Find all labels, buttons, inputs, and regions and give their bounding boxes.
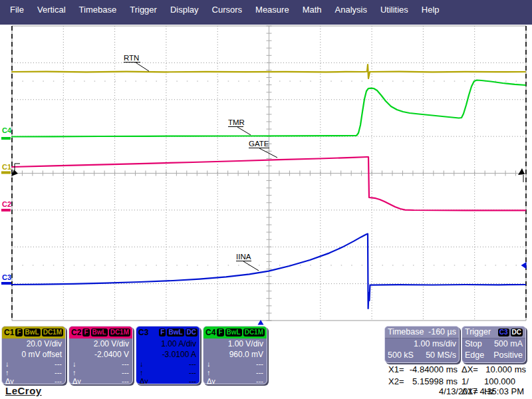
- channel-descriptor-c1[interactable]: C1 F BwL DC1M 20.0 V/div 0 mV offset ↓--…: [1, 326, 66, 384]
- volts-per-div: 2.00 V/div: [69, 338, 132, 349]
- delta-y-icon: Δy: [207, 377, 215, 384]
- amps-per-div: 1.00 A/div: [136, 338, 200, 349]
- label-tmr: TMR: [228, 118, 251, 135]
- channel-descriptor-c2[interactable]: C2 F BwL DC1M 2.00 V/div -2.0400 V ↓--- …: [68, 326, 133, 384]
- channel-header: C1 F BwL DC1M: [2, 327, 65, 338]
- svg-text:C4: C4: [2, 126, 12, 134]
- sample-count: 500 kS: [388, 350, 414, 361]
- waveform-display: C4 C1 C2 C3 RTN TMR GATE IINA: [0, 25, 532, 325]
- menu-vertical[interactable]: Vertical: [34, 5, 69, 25]
- offset-value: 960.0 mV: [203, 349, 267, 360]
- label-gate: GATE: [249, 140, 277, 158]
- menu-help[interactable]: Help: [418, 5, 443, 25]
- trigger-mode: Stop: [465, 338, 482, 350]
- menu-trigger[interactable]: Trigger: [126, 5, 160, 25]
- c1-zero-marker[interactable]: C1: [1, 163, 11, 174]
- offset-value: 0 mV offset: [2, 349, 65, 360]
- svg-text:TMR: TMR: [228, 118, 245, 126]
- min-icon: ↓: [207, 360, 211, 368]
- lecroy-logo: LeCroy: [5, 385, 42, 396]
- delta-y-icon: Δy: [72, 377, 81, 384]
- filter-badge: F: [15, 329, 22, 336]
- channel-header: C3 F BwL DC: [136, 327, 200, 338]
- max-icon: ↑: [5, 368, 9, 377]
- cursor-x1-readout: X1= -4.84000 ms: [388, 364, 458, 374]
- coupling-badge: DC1M: [243, 329, 265, 336]
- min-icon: ↓: [5, 360, 9, 368]
- trigger-type: Edge: [465, 350, 484, 361]
- bandwidth-limit-badge: BwL: [24, 329, 41, 336]
- filter-badge: F: [217, 329, 223, 336]
- channel-name: C1: [4, 328, 14, 337]
- trigger-title: Trigger: [465, 327, 491, 337]
- trigger-level: 500 mA: [494, 338, 523, 350]
- offset-value: -2.0400 V: [69, 349, 132, 360]
- svg-text:C2: C2: [2, 200, 11, 208]
- menu-display[interactable]: Display: [167, 5, 202, 25]
- max-icon: ↑: [72, 368, 76, 377]
- delta-y-icon: Δy: [5, 377, 14, 384]
- max-icon: ↑: [207, 368, 211, 377]
- c2-zero-marker[interactable]: C2: [1, 200, 11, 211]
- menu-analysis[interactable]: Analysis: [332, 5, 370, 25]
- channel-descriptor-c4[interactable]: C4 F BwL DC1M 1.00 V/div 960.0 mV ↓--- ↑…: [203, 326, 267, 384]
- channel-header: C4 F BwL DC1M: [203, 327, 267, 338]
- menu-math[interactable]: Math: [299, 5, 325, 25]
- channel-name: C2: [71, 328, 81, 337]
- coupling-badge: DC: [186, 329, 198, 336]
- min-icon: ↓: [72, 360, 76, 368]
- volts-per-div: 1.00 V/div: [203, 338, 267, 349]
- channel-name: C3: [138, 328, 148, 337]
- channel-descriptor-c3[interactable]: C3 F BwL DC 1.00 A/div -3.0100 A ↓--- ↑-…: [136, 326, 200, 384]
- coupling-badge: DC1M: [42, 329, 63, 336]
- channel-header: C2 F BwL DC1M: [69, 327, 132, 338]
- svg-text:IINA: IINA: [236, 253, 251, 261]
- menu-bar: File Vertical Timebase Trigger Display C…: [0, 0, 532, 25]
- graticule: [12, 26, 526, 321]
- svg-text:C3: C3: [2, 273, 11, 281]
- trigger-level-marker[interactable]: [521, 262, 527, 269]
- volts-per-div: 20.0 V/div: [2, 338, 65, 349]
- sample-rate: 50 MS/s: [426, 350, 456, 361]
- channel-name: C4: [205, 328, 215, 337]
- min-icon: ↓: [140, 360, 144, 368]
- max-icon: ↑: [140, 368, 144, 377]
- x2-cursor-marker[interactable]: [518, 168, 525, 182]
- bandwidth-limit-badge: BwL: [225, 329, 242, 336]
- trigger-coupling-badge: DC: [511, 329, 523, 336]
- svg-text:C1: C1: [2, 163, 11, 171]
- timebase-offset: -160 µs: [428, 327, 456, 337]
- delta-y-icon: Δy: [140, 377, 148, 384]
- x1-cursor-marker[interactable]: [11, 164, 20, 176]
- filter-badge: F: [82, 329, 89, 336]
- label-iina: IINA: [236, 253, 259, 271]
- bandwidth-limit-badge: BwL: [91, 329, 108, 336]
- trigger-slope: Positive: [493, 350, 523, 361]
- c4-zero-marker[interactable]: C4: [1, 126, 12, 140]
- menu-cursors[interactable]: Cursors: [209, 5, 246, 25]
- timebase-descriptor[interactable]: Timebase -160 µs 1.00 ms/div 500 kS 50 M…: [384, 326, 460, 363]
- menu-measure[interactable]: Measure: [252, 5, 293, 25]
- time-per-div: 1.00 ms/div: [414, 338, 456, 350]
- c3-zero-marker[interactable]: C3: [1, 273, 11, 285]
- trigger-descriptor[interactable]: Trigger C3 DC Stop 500 mA Edge Positive: [462, 326, 526, 363]
- svg-text:RTN: RTN: [124, 54, 139, 62]
- menu-file[interactable]: File: [7, 5, 27, 25]
- datetime-display: 4/13/2017 4:35:03 PM: [439, 386, 524, 396]
- coupling-badge: DC1M: [109, 329, 130, 336]
- bandwidth-limit-badge: BwL: [167, 329, 184, 336]
- filter-badge: F: [159, 329, 166, 336]
- timebase-title: Timebase: [388, 327, 424, 337]
- cursor-dx-readout: ΔX= 10.000 ms: [462, 364, 526, 374]
- svg-text:GATE: GATE: [249, 140, 269, 148]
- offset-value: -3.0100 A: [136, 349, 200, 360]
- menu-timebase[interactable]: Timebase: [76, 5, 120, 25]
- trigger-source-badge: C3: [498, 329, 509, 336]
- menu-utilities[interactable]: Utilities: [377, 5, 412, 25]
- cursor-x2-readout: X2= 5.15998 ms: [388, 376, 458, 386]
